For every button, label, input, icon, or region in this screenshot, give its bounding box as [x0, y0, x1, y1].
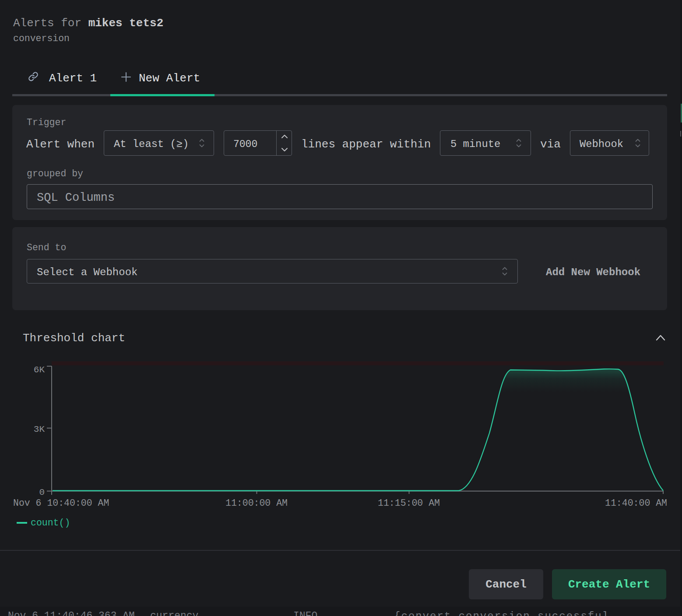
- svg-text:Nov 6 10:40:00 AM: Nov 6 10:40:00 AM: [13, 498, 109, 508]
- svg-text:11:40:00 AM: 11:40:00 AM: [605, 498, 667, 508]
- svg-text:3K: 3K: [34, 424, 45, 434]
- svg-text:6K: 6K: [34, 365, 45, 375]
- svg-text:0: 0: [39, 487, 45, 497]
- svg-text:11:00:00 AM: 11:00:00 AM: [225, 498, 288, 508]
- svg-text:11:15:00 AM: 11:15:00 AM: [378, 498, 440, 508]
